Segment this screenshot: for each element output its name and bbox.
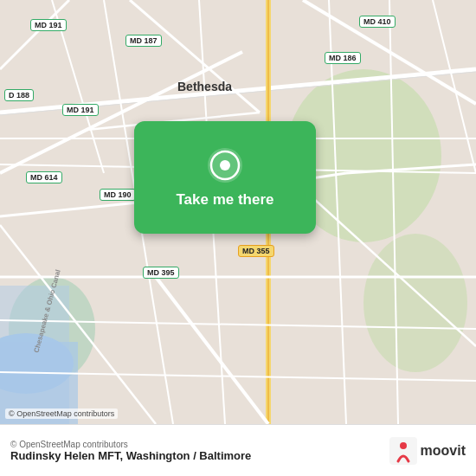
copyright-text: © OpenStreetMap contributors	[10, 440, 389, 449]
moovit-icon	[389, 437, 417, 465]
map-container: Bethesda MD 191 MD 187 MD 410 MD 186 D 1…	[0, 0, 476, 424]
osm-copyright-overlay: © OpenStreetMap contributors	[5, 408, 118, 419]
svg-text:Bethesda: Bethesda	[177, 80, 232, 93]
road-badge-md355: MD 355	[238, 245, 274, 257]
moovit-logo: moovit	[389, 437, 466, 465]
location-title: Rudinsky Helen MFT, Washington / Baltimo…	[10, 449, 389, 462]
road-badge-md186: MD 186	[325, 52, 361, 64]
road-badge-md190: MD 190	[100, 189, 136, 201]
moovit-text: moovit	[421, 443, 466, 459]
take-me-there-button[interactable]: Take me there	[176, 191, 273, 209]
road-badge-md395: MD 395	[143, 267, 179, 279]
svg-point-36	[220, 160, 230, 170]
road-badge-md191-mid: MD 191	[62, 104, 99, 116]
bottom-left: © OpenStreetMap contributors Rudinsky He…	[10, 440, 389, 462]
road-badge-d188: D 188	[4, 89, 34, 101]
svg-rect-37	[389, 437, 417, 465]
road-badge-md614: MD 614	[26, 171, 62, 183]
action-card[interactable]: Take me there	[134, 121, 316, 234]
svg-point-38	[400, 442, 407, 449]
bottom-bar: © OpenStreetMap contributors Rudinsky He…	[0, 424, 476, 476]
road-badge-md187: MD 187	[125, 35, 162, 47]
road-badge-md191-top: MD 191	[30, 19, 67, 31]
road-badge-md410: MD 410	[359, 16, 396, 28]
svg-point-2	[363, 234, 467, 372]
location-pin-icon	[206, 146, 244, 184]
